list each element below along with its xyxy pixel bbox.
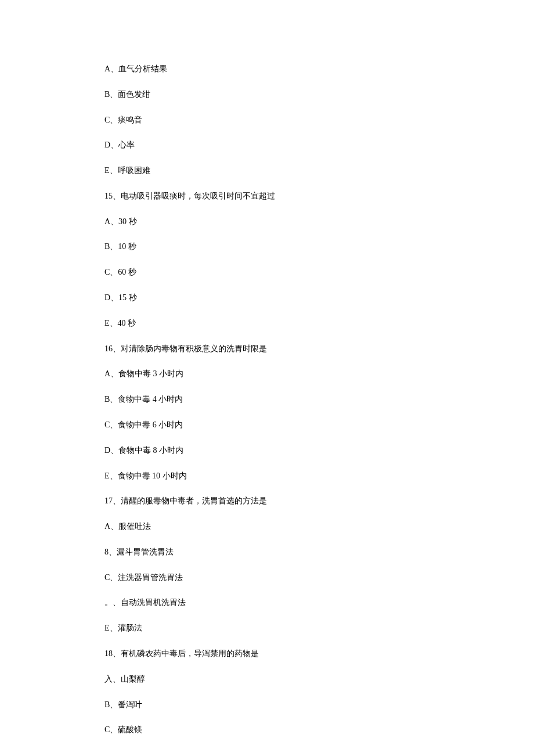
option-text: B、10 秒 (104, 242, 430, 252)
option-text: E、灌肠法 (104, 623, 430, 633)
option-text: E、40 秒 (104, 318, 430, 329)
option-text: C、硫酸镁 (104, 725, 430, 735)
option-text: 。、自动洗胃机洗胃法 (104, 597, 430, 608)
option-text: D、15 秒 (104, 293, 430, 303)
option-text: E、食物中毒 10 小时内 (104, 471, 430, 481)
option-text: E、呼吸困难 (104, 165, 430, 176)
option-text: B、番泻叶 (104, 700, 430, 710)
option-text: B、食物中毒 4 小时内 (104, 394, 430, 405)
question-text: 16、对清除肠内毒物有积极意义的洗胃时限是 (104, 344, 430, 354)
option-text: C、注洗器胃管洗胃法 (104, 573, 430, 583)
option-text: C、60 秒 (104, 267, 430, 278)
question-text: 17、清醒的服毒物中毒者，洗胃首选的方法是 (104, 496, 430, 506)
option-text: D、食物中毒 8 小时内 (104, 445, 430, 456)
option-text: A、食物中毒 3 小时内 (104, 369, 430, 379)
document-page: A、血气分析结果 B、面色发绀 C、痰鸣音 D、心率 E、呼吸困难 15、电动吸… (0, 0, 430, 756)
question-text: 15、电动吸引器吸痰时，每次吸引时间不宜超过 (104, 191, 430, 201)
option-text: D、心率 (104, 140, 430, 150)
option-text: 入、山梨醇 (104, 674, 430, 685)
question-text: 18、有机磷农药中毒后，导泻禁用的药物是 (104, 649, 430, 659)
option-text: A、血气分析结果 (104, 64, 430, 74)
option-text: B、面色发绀 (104, 89, 430, 100)
option-text: C、食物中毒 6 小时内 (104, 420, 430, 430)
option-text: A、30 秒 (104, 217, 430, 227)
option-text: 8、漏斗胃管洗胃法 (104, 547, 430, 557)
option-text: A、服催吐法 (104, 521, 430, 532)
option-text: C、痰鸣音 (104, 115, 430, 125)
